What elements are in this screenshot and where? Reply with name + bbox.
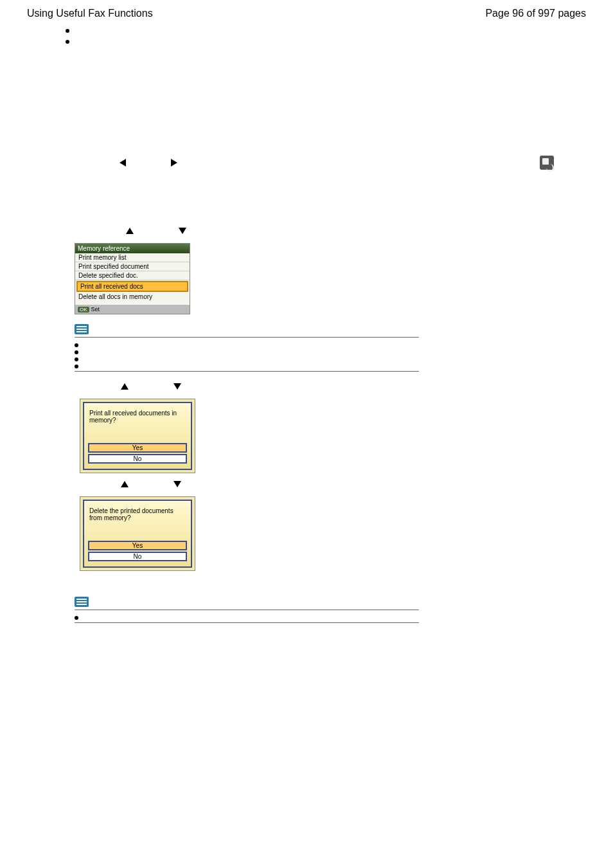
list-item	[66, 26, 586, 33]
menu-item: Delete specified doc.	[75, 271, 190, 280]
fax-icon	[540, 156, 554, 170]
step-row	[75, 228, 586, 234]
step-row	[75, 156, 586, 170]
list-item	[75, 361, 419, 368]
divider	[75, 337, 419, 338]
divider	[75, 371, 419, 372]
menu-item: Print memory list	[75, 253, 190, 262]
list-item	[66, 37, 586, 44]
bullet-dot-icon	[75, 350, 78, 354]
delete-printed-dialog-figure: Delete the printed documents from memory…	[80, 496, 195, 571]
divider	[75, 610, 419, 610]
note-block	[75, 597, 419, 624]
note-bullet-list	[75, 613, 419, 620]
down-arrow-icon	[173, 383, 181, 390]
note-icon	[75, 597, 89, 607]
spacer	[63, 48, 586, 144]
menu-item: Delete all docs in memory	[75, 293, 190, 301]
menu-item: Print specified document	[75, 262, 190, 271]
note-block	[75, 323, 419, 372]
page-content: Memory reference Print memory list Print…	[0, 26, 613, 623]
ok-badge: OK	[78, 307, 89, 312]
left-arrow-icon	[120, 159, 126, 167]
right-arrow-icon	[171, 159, 177, 167]
header-title: Using Useful Fax Functions	[27, 8, 153, 19]
list-item	[75, 347, 419, 354]
bullet-dot-icon	[66, 40, 69, 44]
bullet-dot-icon	[75, 343, 78, 347]
page-header: Using Useful Fax Functions Page 96 of 99…	[0, 0, 613, 23]
list-item	[75, 340, 419, 347]
page-indicator: Page 96 of 997 pages	[485, 8, 586, 19]
down-arrow-icon	[179, 228, 186, 234]
bullet-dot-icon	[75, 365, 78, 368]
dialog-yes-button: Yes	[88, 443, 187, 453]
list-item	[75, 354, 419, 361]
step-row	[82, 481, 586, 487]
dialog-yes-button: Yes	[88, 541, 187, 550]
memory-reference-menu-figure: Memory reference Print memory list Print…	[75, 243, 190, 314]
bullet-dot-icon	[75, 357, 78, 361]
note-icon	[75, 324, 89, 334]
up-arrow-icon	[126, 228, 134, 234]
up-arrow-icon	[121, 481, 129, 487]
dialog-no-button: No	[88, 454, 187, 464]
menu-item-selected: Print all received docs	[76, 281, 188, 292]
divider	[75, 622, 419, 623]
set-label: Set	[91, 306, 100, 312]
up-arrow-icon	[121, 383, 129, 390]
down-arrow-icon	[173, 481, 181, 487]
top-bullet-list	[66, 26, 586, 44]
step-row	[82, 383, 586, 390]
list-item	[75, 613, 419, 620]
note-bullet-list	[75, 340, 419, 368]
menu-footer: OKSet	[75, 305, 190, 314]
bullet-dot-icon	[66, 29, 69, 33]
print-all-dialog-figure: Print all received documents in memory? …	[80, 399, 195, 473]
bullet-dot-icon	[75, 616, 78, 620]
dialog-text: Delete the printed documents from memory…	[88, 506, 187, 539]
dialog-text: Print all received documents in memory?	[88, 408, 187, 442]
dialog-no-button: No	[88, 552, 187, 561]
menu-title: Memory reference	[75, 244, 190, 253]
